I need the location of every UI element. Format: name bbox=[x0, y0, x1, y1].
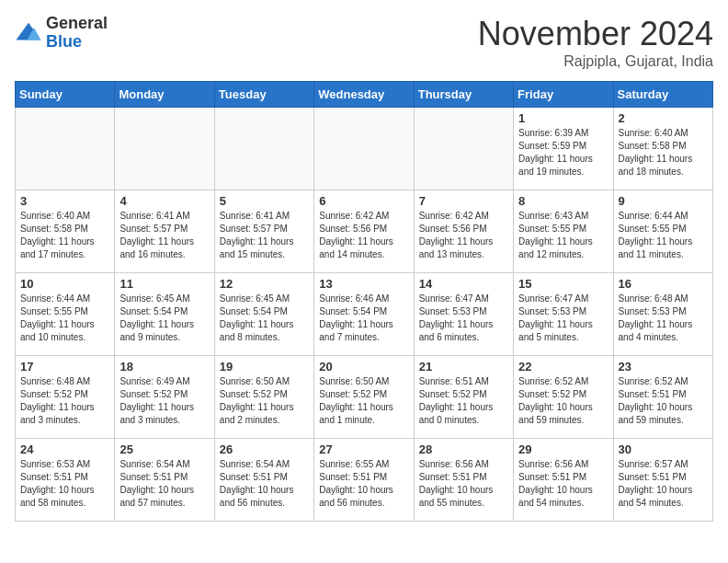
day-number: 18 bbox=[119, 360, 209, 373]
calendar-header: SundayMondayTuesdayWednesdayThursdayFrid… bbox=[16, 82, 713, 108]
calendar-cell: 13Sunrise: 6:46 AMSunset: 5:54 PMDayligh… bbox=[314, 273, 414, 356]
logo-general-text: General bbox=[46, 15, 108, 33]
calendar-cell bbox=[214, 108, 313, 190]
calendar-table: SundayMondayTuesdayWednesdayThursdayFrid… bbox=[15, 81, 713, 522]
calendar-cell: 7Sunrise: 6:42 AMSunset: 5:56 PMDaylight… bbox=[414, 190, 513, 273]
day-number: 29 bbox=[518, 442, 608, 456]
title-block: November 2024 Rajpipla, Gujarat, India bbox=[478, 15, 713, 70]
location-text: Rajpipla, Gujarat, India bbox=[478, 53, 713, 70]
calendar-cell: 17Sunrise: 6:48 AMSunset: 5:52 PMDayligh… bbox=[16, 356, 115, 439]
calendar-cell bbox=[115, 108, 214, 190]
day-info: Sunrise: 6:42 AMSunset: 5:56 PMDaylight:… bbox=[319, 210, 408, 261]
day-number: 8 bbox=[518, 194, 608, 208]
day-number: 7 bbox=[419, 194, 508, 208]
calendar-cell bbox=[314, 108, 414, 190]
day-number: 26 bbox=[220, 442, 309, 456]
day-info: Sunrise: 6:46 AMSunset: 5:54 PMDaylight:… bbox=[319, 293, 408, 344]
day-number: 20 bbox=[319, 360, 408, 373]
week-row-1: 1Sunrise: 6:39 AMSunset: 5:59 PMDaylight… bbox=[16, 108, 713, 190]
calendar-cell: 25Sunrise: 6:54 AMSunset: 5:51 PMDayligh… bbox=[115, 439, 214, 522]
logo: General Blue bbox=[15, 15, 108, 52]
day-number: 13 bbox=[319, 277, 408, 291]
calendar-cell: 20Sunrise: 6:50 AMSunset: 5:52 PMDayligh… bbox=[314, 356, 414, 439]
month-title: November 2024 bbox=[478, 15, 713, 53]
day-info: Sunrise: 6:45 AMSunset: 5:54 PMDaylight:… bbox=[220, 293, 309, 344]
calendar-cell: 3Sunrise: 6:40 AMSunset: 5:58 PMDaylight… bbox=[16, 190, 115, 273]
week-row-5: 24Sunrise: 6:53 AMSunset: 5:51 PMDayligh… bbox=[16, 439, 713, 522]
column-header-wednesday: Wednesday bbox=[314, 82, 414, 108]
calendar-body: 1Sunrise: 6:39 AMSunset: 5:59 PMDaylight… bbox=[16, 108, 713, 522]
day-info: Sunrise: 6:50 AMSunset: 5:52 PMDaylight:… bbox=[220, 375, 309, 427]
calendar-cell: 14Sunrise: 6:47 AMSunset: 5:53 PMDayligh… bbox=[414, 273, 513, 356]
day-info: Sunrise: 6:48 AMSunset: 5:52 PMDaylight:… bbox=[20, 375, 109, 427]
calendar-cell: 18Sunrise: 6:49 AMSunset: 5:52 PMDayligh… bbox=[115, 356, 214, 439]
day-number: 25 bbox=[119, 442, 209, 456]
calendar-cell: 26Sunrise: 6:54 AMSunset: 5:51 PMDayligh… bbox=[214, 439, 313, 522]
calendar-cell: 27Sunrise: 6:55 AMSunset: 5:51 PMDayligh… bbox=[314, 439, 414, 522]
day-number: 1 bbox=[518, 111, 608, 125]
calendar-cell: 22Sunrise: 6:52 AMSunset: 5:52 PMDayligh… bbox=[514, 356, 613, 439]
week-row-4: 17Sunrise: 6:48 AMSunset: 5:52 PMDayligh… bbox=[16, 356, 713, 439]
day-info: Sunrise: 6:57 AMSunset: 5:51 PMDaylight:… bbox=[619, 458, 708, 510]
column-header-saturday: Saturday bbox=[613, 82, 712, 108]
day-number: 9 bbox=[619, 194, 708, 208]
day-info: Sunrise: 6:47 AMSunset: 5:53 PMDaylight:… bbox=[419, 293, 508, 344]
day-info: Sunrise: 6:52 AMSunset: 5:51 PMDaylight:… bbox=[619, 375, 708, 427]
calendar-cell: 2Sunrise: 6:40 AMSunset: 5:58 PMDaylight… bbox=[613, 108, 712, 190]
calendar-cell: 19Sunrise: 6:50 AMSunset: 5:52 PMDayligh… bbox=[214, 356, 313, 439]
day-number: 19 bbox=[220, 360, 309, 373]
day-info: Sunrise: 6:48 AMSunset: 5:53 PMDaylight:… bbox=[619, 293, 708, 344]
header-row: SundayMondayTuesdayWednesdayThursdayFrid… bbox=[16, 82, 713, 108]
calendar-cell: 16Sunrise: 6:48 AMSunset: 5:53 PMDayligh… bbox=[613, 273, 712, 356]
calendar-cell: 10Sunrise: 6:44 AMSunset: 5:55 PMDayligh… bbox=[16, 273, 115, 356]
day-info: Sunrise: 6:41 AMSunset: 5:57 PMDaylight:… bbox=[119, 210, 209, 261]
calendar-cell: 30Sunrise: 6:57 AMSunset: 5:51 PMDayligh… bbox=[613, 439, 712, 522]
day-info: Sunrise: 6:54 AMSunset: 5:51 PMDaylight:… bbox=[119, 458, 209, 510]
calendar-cell: 23Sunrise: 6:52 AMSunset: 5:51 PMDayligh… bbox=[613, 356, 712, 439]
day-number: 2 bbox=[619, 111, 708, 125]
column-header-thursday: Thursday bbox=[414, 82, 513, 108]
calendar-cell bbox=[16, 108, 115, 190]
day-number: 5 bbox=[220, 194, 309, 208]
day-info: Sunrise: 6:42 AMSunset: 5:56 PMDaylight:… bbox=[419, 210, 508, 261]
calendar-cell: 21Sunrise: 6:51 AMSunset: 5:52 PMDayligh… bbox=[414, 356, 513, 439]
day-info: Sunrise: 6:56 AMSunset: 5:51 PMDaylight:… bbox=[419, 458, 508, 510]
day-number: 11 bbox=[119, 277, 209, 291]
day-number: 28 bbox=[419, 442, 508, 456]
day-info: Sunrise: 6:44 AMSunset: 5:55 PMDaylight:… bbox=[20, 293, 109, 344]
day-info: Sunrise: 6:40 AMSunset: 5:58 PMDaylight:… bbox=[619, 127, 708, 178]
page-header: General Blue November 2024 Rajpipla, Guj… bbox=[15, 15, 713, 70]
day-number: 30 bbox=[619, 442, 708, 456]
column-header-friday: Friday bbox=[514, 82, 613, 108]
day-info: Sunrise: 6:44 AMSunset: 5:55 PMDaylight:… bbox=[619, 210, 708, 261]
day-number: 27 bbox=[319, 442, 408, 456]
day-info: Sunrise: 6:41 AMSunset: 5:57 PMDaylight:… bbox=[220, 210, 309, 261]
calendar-cell: 28Sunrise: 6:56 AMSunset: 5:51 PMDayligh… bbox=[414, 439, 513, 522]
calendar-cell bbox=[414, 108, 513, 190]
day-info: Sunrise: 6:43 AMSunset: 5:55 PMDaylight:… bbox=[518, 210, 608, 261]
calendar-cell: 5Sunrise: 6:41 AMSunset: 5:57 PMDaylight… bbox=[214, 190, 313, 273]
day-info: Sunrise: 6:50 AMSunset: 5:52 PMDaylight:… bbox=[319, 375, 408, 427]
day-number: 14 bbox=[419, 277, 508, 291]
day-info: Sunrise: 6:51 AMSunset: 5:52 PMDaylight:… bbox=[419, 375, 508, 427]
day-info: Sunrise: 6:49 AMSunset: 5:52 PMDaylight:… bbox=[119, 375, 209, 427]
column-header-sunday: Sunday bbox=[16, 82, 115, 108]
calendar-cell: 29Sunrise: 6:56 AMSunset: 5:51 PMDayligh… bbox=[514, 439, 613, 522]
week-row-3: 10Sunrise: 6:44 AMSunset: 5:55 PMDayligh… bbox=[16, 273, 713, 356]
calendar-cell: 9Sunrise: 6:44 AMSunset: 5:55 PMDaylight… bbox=[613, 190, 712, 273]
day-number: 17 bbox=[20, 360, 109, 373]
day-number: 21 bbox=[419, 360, 508, 373]
calendar-cell: 6Sunrise: 6:42 AMSunset: 5:56 PMDaylight… bbox=[314, 190, 414, 273]
day-number: 6 bbox=[319, 194, 408, 208]
day-info: Sunrise: 6:55 AMSunset: 5:51 PMDaylight:… bbox=[319, 458, 408, 510]
calendar-cell: 24Sunrise: 6:53 AMSunset: 5:51 PMDayligh… bbox=[16, 439, 115, 522]
calendar-cell: 4Sunrise: 6:41 AMSunset: 5:57 PMDaylight… bbox=[115, 190, 214, 273]
calendar-cell: 8Sunrise: 6:43 AMSunset: 5:55 PMDaylight… bbox=[514, 190, 613, 273]
day-number: 15 bbox=[518, 277, 608, 291]
day-number: 3 bbox=[20, 194, 109, 208]
day-number: 12 bbox=[220, 277, 309, 291]
day-number: 4 bbox=[119, 194, 209, 208]
calendar-cell: 11Sunrise: 6:45 AMSunset: 5:54 PMDayligh… bbox=[115, 273, 214, 356]
logo-icon bbox=[15, 19, 42, 47]
day-info: Sunrise: 6:45 AMSunset: 5:54 PMDaylight:… bbox=[119, 293, 209, 344]
